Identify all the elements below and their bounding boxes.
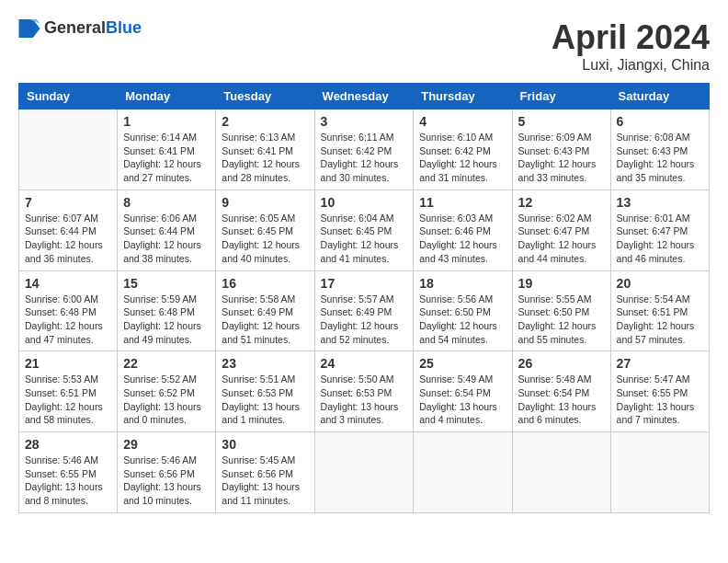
day-info: Sunrise: 5:46 AM Sunset: 6:55 PM Dayligh… — [25, 454, 111, 508]
calendar-cell: 6Sunrise: 6:08 AM Sunset: 6:43 PM Daylig… — [610, 109, 709, 190]
day-number: 30 — [222, 437, 308, 452]
day-info: Sunrise: 6:01 AM Sunset: 6:47 PM Dayligh… — [617, 212, 703, 266]
calendar-cell: 12Sunrise: 6:02 AM Sunset: 6:47 PM Dayli… — [512, 190, 610, 270]
day-number: 16 — [222, 276, 308, 291]
day-info: Sunrise: 6:04 AM Sunset: 6:45 PM Dayligh… — [321, 212, 408, 266]
logo-text-general: General — [44, 18, 106, 37]
day-info: Sunrise: 5:45 AM Sunset: 6:56 PM Dayligh… — [222, 454, 308, 508]
day-number: 4 — [419, 114, 506, 129]
day-number: 10 — [321, 195, 408, 210]
day-number: 18 — [419, 276, 506, 291]
calendar-week-row: 7Sunrise: 6:07 AM Sunset: 6:44 PM Daylig… — [19, 190, 710, 270]
day-info: Sunrise: 5:52 AM Sunset: 6:52 PM Dayligh… — [123, 373, 210, 427]
day-number: 1 — [123, 114, 210, 129]
day-info: Sunrise: 5:55 AM Sunset: 6:50 PM Dayligh… — [518, 293, 605, 347]
day-number: 28 — [25, 437, 111, 452]
calendar-week-row: 21Sunrise: 5:53 AM Sunset: 6:51 PM Dayli… — [19, 351, 710, 432]
day-info: Sunrise: 6:08 AM Sunset: 6:43 PM Dayligh… — [617, 131, 703, 185]
calendar-cell: 14Sunrise: 6:00 AM Sunset: 6:48 PM Dayli… — [19, 270, 118, 351]
day-number: 15 — [123, 276, 210, 291]
calendar-cell: 5Sunrise: 6:09 AM Sunset: 6:43 PM Daylig… — [512, 109, 610, 190]
day-number: 6 — [617, 114, 703, 129]
calendar-cell: 20Sunrise: 5:54 AM Sunset: 6:51 PM Dayli… — [610, 270, 709, 351]
calendar-cell: 3Sunrise: 6:11 AM Sunset: 6:42 PM Daylig… — [314, 109, 414, 190]
calendar-header-row: SundayMondayTuesdayWednesdayThursdayFrid… — [19, 84, 710, 109]
logo-text-blue: Blue — [106, 18, 142, 37]
day-info: Sunrise: 6:05 AM Sunset: 6:45 PM Dayligh… — [222, 212, 308, 266]
day-number: 19 — [518, 276, 605, 291]
day-number: 21 — [25, 356, 111, 371]
calendar-cell: 26Sunrise: 5:48 AM Sunset: 6:54 PM Dayli… — [512, 351, 610, 432]
calendar-header-friday: Friday — [512, 84, 610, 109]
day-info: Sunrise: 5:47 AM Sunset: 6:55 PM Dayligh… — [617, 373, 703, 427]
calendar-cell: 28Sunrise: 5:46 AM Sunset: 6:55 PM Dayli… — [19, 432, 118, 513]
title-section: April 2024 Luxi, Jiangxi, China — [552, 18, 710, 74]
calendar-cell: 15Sunrise: 5:59 AM Sunset: 6:48 PM Dayli… — [118, 270, 216, 351]
calendar-cell — [19, 109, 118, 190]
calendar-cell: 23Sunrise: 5:51 AM Sunset: 6:53 PM Dayli… — [216, 351, 314, 432]
day-info: Sunrise: 5:57 AM Sunset: 6:49 PM Dayligh… — [321, 293, 408, 347]
day-number: 11 — [419, 195, 506, 210]
day-info: Sunrise: 6:13 AM Sunset: 6:41 PM Dayligh… — [222, 131, 308, 185]
day-number: 24 — [321, 356, 408, 371]
day-number: 26 — [518, 356, 605, 371]
calendar-cell — [610, 432, 709, 513]
calendar-cell: 19Sunrise: 5:55 AM Sunset: 6:50 PM Dayli… — [512, 270, 610, 351]
calendar-cell: 30Sunrise: 5:45 AM Sunset: 6:56 PM Dayli… — [216, 432, 314, 513]
day-info: Sunrise: 5:58 AM Sunset: 6:49 PM Dayligh… — [222, 293, 308, 347]
day-info: Sunrise: 5:51 AM Sunset: 6:53 PM Dayligh… — [222, 373, 308, 427]
day-info: Sunrise: 6:10 AM Sunset: 6:42 PM Dayligh… — [419, 131, 506, 185]
day-info: Sunrise: 6:11 AM Sunset: 6:42 PM Dayligh… — [321, 131, 408, 185]
calendar-header-saturday: Saturday — [610, 84, 709, 109]
calendar-header-sunday: Sunday — [19, 84, 118, 109]
calendar-cell — [512, 432, 610, 513]
month-title: April 2024 — [552, 18, 710, 57]
day-info: Sunrise: 5:53 AM Sunset: 6:51 PM Dayligh… — [25, 373, 111, 427]
day-info: Sunrise: 5:46 AM Sunset: 6:56 PM Dayligh… — [123, 454, 210, 508]
day-info: Sunrise: 5:56 AM Sunset: 6:50 PM Dayligh… — [419, 293, 506, 347]
calendar-cell: 25Sunrise: 5:49 AM Sunset: 6:54 PM Dayli… — [414, 351, 512, 432]
day-info: Sunrise: 6:00 AM Sunset: 6:48 PM Dayligh… — [25, 293, 111, 347]
day-number: 5 — [518, 114, 605, 129]
day-number: 3 — [321, 114, 408, 129]
day-number: 2 — [222, 114, 308, 129]
header: GeneralBlue April 2024 Luxi, Jiangxi, Ch… — [18, 18, 710, 74]
day-number: 7 — [25, 195, 111, 210]
logo: GeneralBlue — [18, 18, 142, 38]
day-number: 29 — [123, 437, 210, 452]
calendar-cell — [314, 432, 414, 513]
calendar-cell: 2Sunrise: 6:13 AM Sunset: 6:41 PM Daylig… — [216, 109, 314, 190]
calendar-cell: 7Sunrise: 6:07 AM Sunset: 6:44 PM Daylig… — [19, 190, 118, 270]
day-info: Sunrise: 5:49 AM Sunset: 6:54 PM Dayligh… — [419, 373, 506, 427]
calendar-cell: 11Sunrise: 6:03 AM Sunset: 6:46 PM Dayli… — [414, 190, 512, 270]
calendar-header-wednesday: Wednesday — [314, 84, 414, 109]
day-number: 13 — [617, 195, 703, 210]
day-number: 12 — [518, 195, 605, 210]
day-info: Sunrise: 6:14 AM Sunset: 6:41 PM Dayligh… — [123, 131, 210, 185]
calendar-cell: 4Sunrise: 6:10 AM Sunset: 6:42 PM Daylig… — [414, 109, 512, 190]
day-number: 23 — [222, 356, 308, 371]
day-number: 14 — [25, 276, 111, 291]
calendar-header-thursday: Thursday — [414, 84, 512, 109]
day-number: 9 — [222, 195, 308, 210]
calendar-cell: 21Sunrise: 5:53 AM Sunset: 6:51 PM Dayli… — [19, 351, 118, 432]
day-info: Sunrise: 6:06 AM Sunset: 6:44 PM Dayligh… — [123, 212, 210, 266]
calendar-cell: 22Sunrise: 5:52 AM Sunset: 6:52 PM Dayli… — [118, 351, 216, 432]
day-info: Sunrise: 6:02 AM Sunset: 6:47 PM Dayligh… — [518, 212, 605, 266]
calendar-week-row: 28Sunrise: 5:46 AM Sunset: 6:55 PM Dayli… — [19, 432, 710, 513]
calendar-cell: 9Sunrise: 6:05 AM Sunset: 6:45 PM Daylig… — [216, 190, 314, 270]
calendar-cell: 27Sunrise: 5:47 AM Sunset: 6:55 PM Dayli… — [610, 351, 709, 432]
calendar-cell: 16Sunrise: 5:58 AM Sunset: 6:49 PM Dayli… — [216, 270, 314, 351]
calendar-cell — [414, 432, 512, 513]
day-number: 17 — [321, 276, 408, 291]
calendar-cell: 10Sunrise: 6:04 AM Sunset: 6:45 PM Dayli… — [314, 190, 414, 270]
day-number: 27 — [617, 356, 703, 371]
day-number: 20 — [617, 276, 703, 291]
day-info: Sunrise: 6:03 AM Sunset: 6:46 PM Dayligh… — [419, 212, 506, 266]
calendar-cell: 24Sunrise: 5:50 AM Sunset: 6:53 PM Dayli… — [314, 351, 414, 432]
day-info: Sunrise: 5:48 AM Sunset: 6:54 PM Dayligh… — [518, 373, 605, 427]
calendar-cell: 8Sunrise: 6:06 AM Sunset: 6:44 PM Daylig… — [118, 190, 216, 270]
calendar-header-monday: Monday — [118, 84, 216, 109]
day-number: 8 — [123, 195, 210, 210]
calendar-week-row: 14Sunrise: 6:00 AM Sunset: 6:48 PM Dayli… — [19, 270, 710, 351]
